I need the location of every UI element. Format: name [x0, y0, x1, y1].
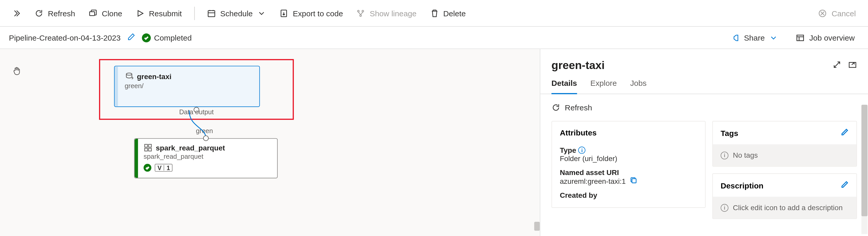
- copy-icon[interactable]: [630, 177, 637, 186]
- edit-description-icon[interactable]: [841, 181, 849, 190]
- uri-value: azureml:green-taxi:1: [560, 177, 626, 186]
- status-success-icon: [142, 33, 151, 42]
- resubmit-label: Resubmit: [149, 8, 182, 17]
- refresh-label: Refresh: [48, 8, 75, 17]
- tab-jobs[interactable]: Jobs: [630, 79, 647, 94]
- tab-details[interactable]: Details: [552, 79, 577, 94]
- node-accent: [135, 139, 138, 178]
- expand-button[interactable]: [7, 5, 27, 21]
- tags-empty-placeholder: i No tags: [713, 144, 857, 166]
- svg-point-3: [358, 10, 359, 11]
- expand-panel-icon[interactable]: [832, 60, 841, 71]
- pipeline-header: Pipeline-Created-on-04-13-2023 Completed…: [0, 27, 868, 49]
- version-pill[interactable]: V 1: [155, 164, 173, 172]
- svg-rect-14: [632, 179, 636, 183]
- attributes-card: Attributes Type i Folder (uri_folder) Na…: [552, 121, 706, 208]
- export-label: Export to code: [293, 8, 343, 17]
- cancel-button: Cancel: [813, 5, 862, 21]
- status-text: Completed: [154, 33, 192, 42]
- attributes-heading: Attributes: [560, 128, 597, 137]
- edit-name-icon[interactable]: [127, 32, 135, 43]
- clone-label: Clone: [102, 8, 122, 17]
- svg-point-8: [126, 73, 132, 75]
- delete-label: Delete: [443, 8, 466, 17]
- svg-rect-0: [90, 11, 94, 15]
- node2-title: spark_read_parquet: [156, 143, 225, 152]
- share-label: Share: [744, 33, 765, 42]
- svg-rect-9: [145, 144, 148, 147]
- job-overview-button[interactable]: Job overview: [792, 31, 859, 45]
- toolbar-separator: [194, 6, 195, 20]
- details-panel: green-taxi Details Explore Jobs Refresh: [540, 49, 868, 236]
- data-output-label: Data output: [179, 108, 214, 116]
- data-asset-icon: [125, 72, 133, 81]
- info-icon: i: [721, 204, 728, 211]
- node1-title: green-taxi: [137, 72, 172, 80]
- info-icon[interactable]: i: [579, 147, 586, 154]
- edit-tags-icon[interactable]: [841, 128, 849, 138]
- uri-label: Named asset URI: [560, 168, 698, 177]
- schedule-button[interactable]: Schedule: [201, 5, 272, 21]
- type-value: Folder (uri_folder): [560, 154, 698, 163]
- panel-scrollbar-thumb[interactable]: [861, 105, 867, 216]
- svg-rect-7: [797, 35, 804, 41]
- svg-rect-13: [849, 62, 856, 67]
- resubmit-button[interactable]: Resubmit: [130, 5, 187, 21]
- type-label: Type: [560, 146, 576, 154]
- success-icon: [144, 164, 151, 172]
- description-empty-text: Click edit icon to add a description: [733, 204, 842, 212]
- refresh-button[interactable]: Refresh: [29, 5, 81, 21]
- node-green-taxi[interactable]: green-taxi green/: [114, 65, 260, 107]
- canvas-scrollbar[interactable]: [534, 222, 540, 231]
- version-letter: V: [157, 164, 162, 171]
- graph-canvas[interactable]: green-taxi green/ Data output green: [0, 49, 540, 236]
- pipeline-status: Completed: [142, 33, 191, 42]
- svg-rect-1: [208, 10, 215, 17]
- edge-label: green: [196, 127, 213, 135]
- chevron-down-icon: [257, 8, 266, 17]
- chevron-down-icon: [769, 33, 778, 42]
- panel-refresh-label: Refresh: [565, 103, 592, 112]
- description-card: Description i Click edit icon to add a d…: [712, 174, 857, 219]
- share-button[interactable]: Share: [726, 31, 782, 45]
- node2-subtitle: spark_read_parquet: [144, 153, 272, 160]
- node1-subtitle: green/: [125, 82, 253, 90]
- version-number: 1: [166, 164, 170, 171]
- input-port[interactable]: [203, 135, 209, 141]
- popout-panel-icon[interactable]: [848, 60, 857, 71]
- top-toolbar: Refresh Clone Resubmit Schedule Export t…: [0, 0, 868, 27]
- tags-empty-text: No tags: [733, 151, 758, 159]
- info-icon: i: [721, 151, 728, 159]
- panel-refresh-button[interactable]: Refresh: [552, 100, 857, 115]
- node-spark-read-parquet[interactable]: spark_read_parquet spark_read_parquet V …: [134, 138, 278, 178]
- component-icon: [144, 143, 152, 152]
- cancel-label: Cancel: [832, 8, 856, 17]
- description-heading: Description: [721, 181, 764, 190]
- tags-heading: Tags: [721, 129, 738, 137]
- show-lineage-button: Show lineage: [351, 5, 422, 21]
- svg-rect-12: [149, 148, 152, 151]
- panel-title: green-taxi: [552, 59, 833, 72]
- clone-button[interactable]: Clone: [83, 5, 128, 21]
- tab-explore[interactable]: Explore: [590, 79, 617, 94]
- svg-rect-11: [145, 148, 148, 151]
- svg-point-4: [362, 10, 364, 11]
- job-overview-label: Job overview: [809, 33, 855, 42]
- delete-button[interactable]: Delete: [424, 5, 471, 21]
- lineage-label: Show lineage: [370, 8, 416, 17]
- createdby-label: Created by: [560, 191, 698, 200]
- export-button[interactable]: Export to code: [274, 5, 349, 21]
- schedule-label: Schedule: [220, 8, 253, 17]
- highlight-box: green-taxi green/ Data output: [99, 59, 294, 120]
- pan-hand-icon[interactable]: [12, 65, 22, 78]
- svg-rect-10: [149, 144, 152, 147]
- description-empty-placeholder: i Click edit icon to add a description: [713, 197, 857, 218]
- panel-tabs: Details Explore Jobs: [540, 72, 868, 94]
- panel-scrollbar-track[interactable]: [861, 105, 867, 234]
- svg-point-5: [360, 15, 362, 16]
- pipeline-name: Pipeline-Created-on-04-13-2023: [9, 33, 121, 42]
- node-accent: [115, 67, 118, 106]
- tags-card: Tags i No tags: [712, 121, 857, 167]
